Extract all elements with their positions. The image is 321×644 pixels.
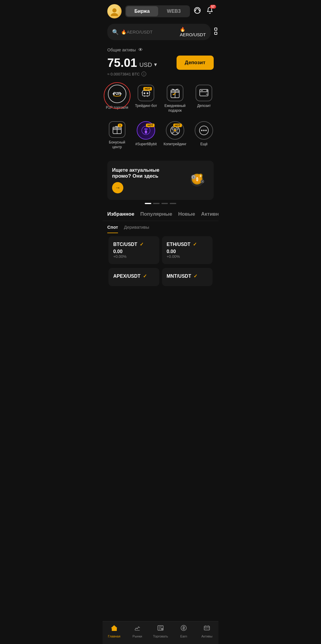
coin-card-apexusdt[interactable]: APEX/USDT ✓ bbox=[108, 268, 159, 286]
market-tabs: Избранное Популярные Новые Активные мон.… bbox=[103, 205, 218, 221]
shortcut-bonus-label: Бонусный центр bbox=[104, 140, 130, 149]
tab-exchange[interactable]: Биржа bbox=[126, 6, 158, 16]
svg-point-18 bbox=[145, 131, 147, 133]
header: Биржа WEB3 57 bbox=[103, 0, 218, 21]
eye-icon[interactable]: 👁 bbox=[138, 47, 143, 53]
assets-amount: 75.01 USD ▼ bbox=[107, 56, 158, 70]
svg-rect-7 bbox=[215, 32, 217, 34]
nav-trade[interactable]: Торговать bbox=[149, 624, 172, 638]
nav-assets[interactable]: Активы bbox=[195, 624, 218, 638]
shortcut-p2p-label: P2P торговля bbox=[106, 105, 128, 110]
coin-name-apex: APEX/USDT ✓ bbox=[113, 273, 155, 279]
coin-card-mntusdt[interactable]: MNT/USDT ✓ bbox=[162, 268, 213, 286]
market-tab-active[interactable]: Активные мон... bbox=[201, 211, 218, 221]
shortcut-daily[interactable]: Ежедневный подарок bbox=[160, 80, 190, 117]
shortcut-more[interactable]: Ещё bbox=[190, 117, 219, 154]
deposit-button[interactable]: Депозит bbox=[177, 56, 214, 70]
avatar[interactable] bbox=[107, 4, 122, 18]
coin-card-ethusdt[interactable]: ETH/USDT ✓ 0.00 +0.00% bbox=[162, 236, 213, 264]
search-bar: 🔍 🔥AERO/USDT bbox=[107, 24, 214, 40]
shortcut-p2p[interactable]: P2P P2P торговля bbox=[103, 80, 132, 117]
dot-2 bbox=[161, 203, 168, 204]
hot-badge-super6: HOT bbox=[146, 124, 155, 127]
promo-dots bbox=[103, 203, 218, 204]
search-wrapper[interactable]: 🔍 🔥AERO/USDT bbox=[107, 24, 211, 40]
assets-currency: USD ▼ bbox=[139, 61, 158, 68]
shortcut-bonus[interactable]: 1 Бонусный центр bbox=[103, 117, 132, 154]
nav-earn-label: Earn bbox=[180, 634, 187, 638]
notification-badge: 57 bbox=[210, 5, 216, 9]
bot-icon: HOT bbox=[138, 85, 154, 101]
bonus-icon: 1 bbox=[109, 121, 125, 138]
info-icon[interactable]: i bbox=[141, 72, 146, 76]
promo-arrow-button[interactable]: → bbox=[112, 182, 123, 193]
svg-rect-4 bbox=[199, 10, 200, 11]
svg-point-24 bbox=[201, 130, 203, 131]
notifications-button[interactable]: 57 bbox=[206, 7, 214, 16]
market-tab-favorites[interactable]: Избранное bbox=[107, 211, 134, 221]
markets-icon bbox=[134, 624, 141, 633]
shortcut-grid: P2P P2P торговля HOT Трейдинг-бот bbox=[103, 80, 218, 157]
shortcut-copy-label: Копитрейдинг bbox=[163, 142, 186, 147]
coin-price-btc: 0.00 bbox=[113, 249, 155, 254]
p2p-icon-wrap: P2P bbox=[108, 85, 126, 105]
svg-text:P2P: P2P bbox=[113, 91, 121, 96]
nav-markets-label: Рынки bbox=[133, 634, 142, 638]
promo-text: Ищете актуальные промо? Они здесь bbox=[112, 167, 177, 179]
nav-earn[interactable]: Earn bbox=[172, 624, 195, 638]
nav-home[interactable]: Главная bbox=[103, 624, 126, 638]
nav-assets-label: Активы bbox=[201, 634, 212, 638]
copy-icon: HOT bbox=[166, 121, 184, 140]
assets-row: 75.01 USD ▼ Депозит bbox=[107, 56, 214, 70]
dropdown-icon[interactable]: ▼ bbox=[153, 62, 158, 67]
coin-card-btcusdt[interactable]: BTC/USDT ✓ 0.00 +0.00% bbox=[108, 236, 159, 264]
svg-rect-5 bbox=[215, 28, 217, 30]
coin-name-eth: ETH/USDT ✓ bbox=[167, 241, 208, 247]
p2p-icon: P2P bbox=[108, 85, 126, 103]
coin-change-btc: +0.00% bbox=[113, 254, 155, 259]
shortcut-deposit[interactable]: Депозит bbox=[190, 80, 219, 117]
tab-switcher: Биржа WEB3 bbox=[125, 5, 190, 17]
hot-badge-bot: HOT bbox=[143, 87, 152, 91]
earn-icon bbox=[180, 624, 187, 633]
tab-web3[interactable]: WEB3 bbox=[159, 6, 189, 16]
more-icon bbox=[195, 121, 213, 140]
sub-tab-spot[interactable]: Спот bbox=[107, 225, 118, 233]
shortcut-super6-label: #Super6Bybit bbox=[135, 142, 157, 147]
search-value: 🔥AERO/USDT bbox=[180, 27, 206, 37]
svg-point-0 bbox=[112, 8, 117, 12]
super6-icon: HOT bbox=[137, 121, 155, 140]
shortcut-more-label: Ещё bbox=[200, 142, 208, 147]
svg-rect-3 bbox=[195, 10, 196, 11]
coin-check-eth: ✓ bbox=[193, 241, 197, 247]
support-button[interactable] bbox=[193, 7, 201, 16]
coin-name-mnt: MNT/USDT ✓ bbox=[167, 273, 208, 279]
dot-1 bbox=[153, 203, 160, 204]
sub-tab-derivatives[interactable]: Деривативы bbox=[124, 225, 149, 233]
search-icon: 🔍 bbox=[112, 29, 119, 35]
shortcut-bot[interactable]: HOT Трейдинг-бот bbox=[132, 80, 161, 117]
shortcut-super6[interactable]: HOT #Super6Bybit bbox=[132, 117, 161, 154]
hot-badge-copy: HOT bbox=[173, 124, 182, 127]
svg-text:$: $ bbox=[193, 176, 194, 179]
assets-label-text: Общие активы bbox=[107, 48, 136, 52]
search-input[interactable] bbox=[121, 29, 177, 34]
trade-icon bbox=[157, 624, 164, 633]
promo-banner: Ищете актуальные промо? Они здесь → ₿ $ … bbox=[107, 161, 214, 200]
svg-point-1 bbox=[111, 13, 118, 16]
nav-markets[interactable]: Рынки bbox=[126, 624, 149, 638]
coin-check-mnt: ✓ bbox=[193, 273, 197, 279]
shortcut-copy[interactable]: HOT Копитрейдинг bbox=[160, 117, 190, 154]
svg-text:₿: ₿ bbox=[196, 177, 198, 181]
market-tab-popular[interactable]: Популярные bbox=[140, 211, 172, 221]
coin-price-eth: 0.00 bbox=[167, 249, 208, 254]
shortcut-deposit-label: Депозит bbox=[197, 104, 211, 108]
bonus-badge: 1 bbox=[118, 124, 122, 127]
assets-section: Общие активы 👁 75.01 USD ▼ Депозит ≈ 0.0… bbox=[103, 42, 218, 76]
scan-button[interactable] bbox=[214, 27, 218, 37]
dot-3 bbox=[170, 203, 176, 204]
assets-value: 75.01 bbox=[107, 56, 137, 70]
svg-point-25 bbox=[203, 130, 205, 131]
coin-check-btc: ✓ bbox=[140, 241, 144, 247]
market-tab-new[interactable]: Новые bbox=[178, 211, 195, 221]
